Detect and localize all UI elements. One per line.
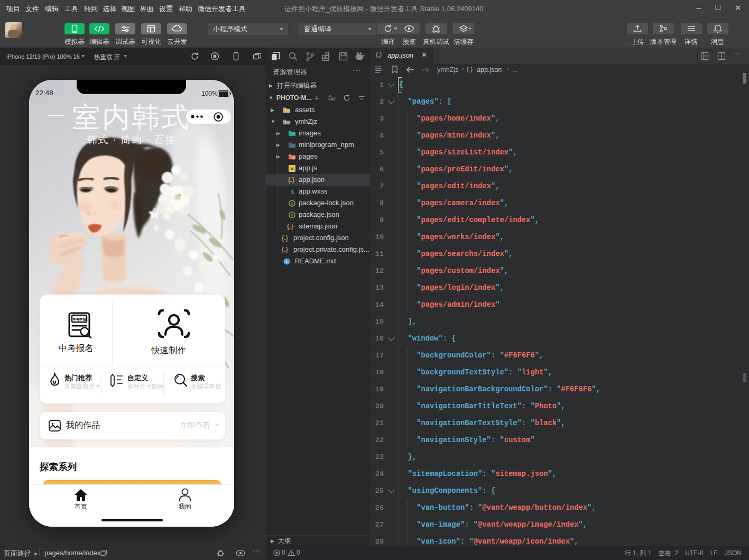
svg-text:js: js: [290, 201, 293, 206]
svg-text:JS: JS: [290, 167, 295, 171]
svg-text:3: 3: [290, 188, 293, 196]
svg-text:中考中招: 中考中招: [72, 317, 86, 322]
svg-text:js: js: [290, 213, 293, 217]
